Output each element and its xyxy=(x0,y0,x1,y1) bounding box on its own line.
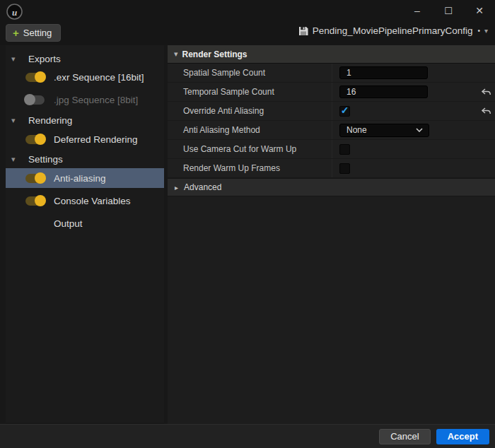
property-label: Anti Aliasing Method xyxy=(168,121,332,139)
spatial-sample-count-input[interactable] xyxy=(339,66,428,79)
reset-to-default-icon[interactable] xyxy=(481,88,491,97)
tree-item-label: .jpg Sequence [8bit] xyxy=(54,95,138,105)
use-camera-cut-warm-up-checkbox[interactable] xyxy=(339,144,350,155)
render-settings-header[interactable]: ▾ Render Settings xyxy=(168,45,495,64)
group-exports[interactable]: ▾ Exports xyxy=(6,49,164,69)
close-button[interactable]: ✕ xyxy=(464,0,495,21)
group-rendering[interactable]: ▾ Rendering xyxy=(6,110,164,130)
dialog-footer: Cancel Accept xyxy=(0,424,495,448)
window-controls: – ☐ ✕ xyxy=(402,0,495,21)
chevron-right-icon[interactable]: ▸ xyxy=(175,184,178,191)
chevron-down-icon[interactable]: ▾ xyxy=(11,55,16,63)
anti-aliasing-method-select[interactable]: None xyxy=(339,124,429,137)
render-settings-panel: ▾ Render Settings Spatial Sample Count T… xyxy=(168,45,495,424)
advanced-section-header[interactable]: ▸ Advanced xyxy=(168,178,495,196)
toggle-off[interactable] xyxy=(25,95,45,105)
movie-render-queue-settings-window: u – ☐ ✕ + Setting Pending_MoviePipelineP… xyxy=(0,0,495,448)
property-label: Render Warm Up Frames xyxy=(168,159,332,177)
tree-item-label: Anti-aliasing xyxy=(54,173,106,184)
tree-item-exr-sequence[interactable]: .exr Sequence [16bit] xyxy=(6,67,164,87)
tree-item-label: Deferred Rendering xyxy=(54,134,138,145)
chevron-down-icon: ▾ xyxy=(484,27,488,35)
chevron-down-icon[interactable]: ▾ xyxy=(174,49,178,59)
group-label: Exports xyxy=(28,54,61,64)
plus-icon: + xyxy=(13,28,19,38)
group-settings[interactable]: ▾ Settings xyxy=(6,149,164,169)
settings-tree-sidebar: ▾ Exports .exr Sequence [16bit] .jpg Seq… xyxy=(6,45,164,423)
unreal-engine-logo-icon: u xyxy=(6,3,23,20)
toggle-on[interactable] xyxy=(25,135,45,144)
property-rows: Spatial Sample Count Temporal Sample Cou… xyxy=(168,64,495,178)
maximize-button[interactable]: ☐ xyxy=(433,0,464,21)
tree-item-label: Output xyxy=(54,218,83,229)
chevron-down-icon[interactable]: ▾ xyxy=(11,117,16,124)
svg-text:u: u xyxy=(12,7,17,18)
tree-item-output[interactable]: Output xyxy=(6,213,164,233)
property-label: Temporal Sample Count xyxy=(168,83,332,101)
toggle-on[interactable] xyxy=(25,174,45,183)
toggle-on[interactable] xyxy=(25,196,45,206)
save-asset-icon xyxy=(298,26,308,36)
toolbar: + Setting Pending_MoviePipelinePrimaryCo… xyxy=(0,21,495,45)
property-label: Use Camera Cut for Warm Up xyxy=(168,140,332,158)
row-spatial-sample-count: Spatial Sample Count xyxy=(168,64,495,83)
row-use-camera-cut-warm-up: Use Camera Cut for Warm Up xyxy=(168,140,495,159)
group-label: Settings xyxy=(28,154,63,165)
chevron-down-icon xyxy=(416,128,423,132)
modified-dot-icon: • xyxy=(477,27,480,35)
add-setting-label: Setting xyxy=(23,28,52,38)
add-setting-button[interactable]: + Setting xyxy=(6,24,61,42)
tree-item-label: .exr Sequence [16bit] xyxy=(54,72,144,83)
check-icon: ✓ xyxy=(341,105,349,115)
toggle-on[interactable] xyxy=(25,73,45,82)
tree-item-jpg-sequence[interactable]: .jpg Sequence [8bit] xyxy=(6,90,164,110)
row-anti-aliasing-method: Anti Aliasing Method None xyxy=(168,121,495,140)
property-label: Override Anti Aliasing xyxy=(168,102,332,120)
override-anti-aliasing-checkbox[interactable]: ✓ xyxy=(339,106,350,117)
minimize-button[interactable]: – xyxy=(402,0,433,21)
tree-item-anti-aliasing[interactable]: Anti-aliasing xyxy=(6,168,164,188)
group-label: Rendering xyxy=(28,115,72,126)
tree-item-deferred-rendering[interactable]: Deferred Rendering xyxy=(6,129,164,149)
title-bar: u – ☐ ✕ xyxy=(0,0,495,21)
config-name-dropdown[interactable]: Pending_MoviePipelinePrimaryConfig • ▾ xyxy=(298,25,488,36)
reset-to-default-icon[interactable] xyxy=(481,107,491,116)
temporal-sample-count-input[interactable] xyxy=(339,86,428,98)
render-warm-up-frames-checkbox[interactable] xyxy=(339,163,350,174)
selected-option-label: None xyxy=(346,125,367,135)
cancel-button[interactable]: Cancel xyxy=(379,429,430,444)
tree-item-label: Console Variables xyxy=(54,196,131,206)
property-label: Spatial Sample Count xyxy=(168,64,332,82)
row-render-warm-up-frames: Render Warm Up Frames xyxy=(168,159,495,178)
config-name-label: Pending_MoviePipelinePrimaryConfig xyxy=(313,25,473,36)
accept-button[interactable]: Accept xyxy=(436,429,489,444)
row-override-anti-aliasing: Override Anti Aliasing ✓ xyxy=(168,102,495,121)
row-temporal-sample-count: Temporal Sample Count xyxy=(168,83,495,102)
advanced-label: Advanced xyxy=(184,182,221,192)
tree-item-console-variables[interactable]: Console Variables xyxy=(6,191,164,211)
section-title: Render Settings xyxy=(182,49,248,59)
chevron-down-icon[interactable]: ▾ xyxy=(11,155,16,163)
